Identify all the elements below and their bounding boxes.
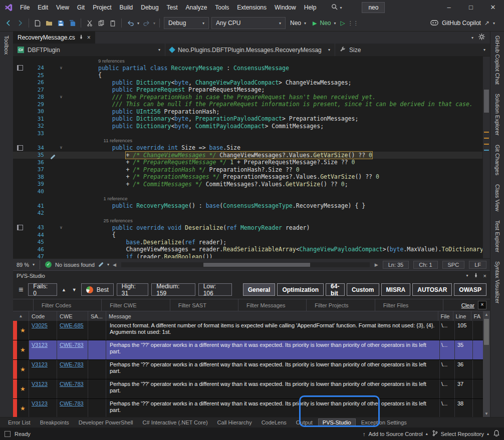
quick-actions-icon[interactable] bbox=[99, 262, 104, 267]
high-severity-button[interactable]: High: 31 bbox=[117, 283, 148, 296]
favorite-cell[interactable]: ★ bbox=[17, 321, 29, 340]
side-tab-git-changes[interactable]: Git Changes bbox=[494, 145, 500, 175]
issue-cwe[interactable]: CWE-783 bbox=[57, 379, 88, 398]
type-dropdown[interactable]: Neo.Plugins.DBFTPlugin.Messages.Recovery… bbox=[165, 44, 335, 56]
startup-project-dropdown[interactable]: Neo▾ bbox=[288, 20, 308, 27]
column-header-sa[interactable]: SA... bbox=[88, 311, 106, 321]
group-optimization[interactable]: Optimization bbox=[277, 283, 324, 296]
scroll-left-icon[interactable]: ◀ bbox=[113, 262, 116, 267]
panel-tab-output[interactable]: Output bbox=[292, 419, 317, 426]
fold-margin[interactable]: ∨ bbox=[57, 94, 65, 101]
column-header-cwe[interactable]: CWE bbox=[57, 311, 88, 321]
menu-debug[interactable]: Debug bbox=[137, 0, 162, 15]
menu-edit[interactable]: Edit bbox=[34, 0, 52, 15]
scroll-down-icon[interactable]: ▼ bbox=[483, 410, 490, 417]
group-custom[interactable]: Custom bbox=[347, 283, 379, 296]
side-tab-solution-explorer[interactable]: Solution Explorer bbox=[494, 94, 500, 136]
diagnostic-link[interactable]: V3123 bbox=[32, 342, 48, 348]
settings-gear-icon[interactable] bbox=[478, 33, 485, 42]
issue-row[interactable]: ★V3123CWE-783Perhaps the '??' operator w… bbox=[13, 360, 483, 379]
paste-icon[interactable] bbox=[108, 18, 117, 28]
panel-tab-pvs-studio[interactable]: PVS-Studio bbox=[318, 418, 356, 426]
panel-tab-codelens[interactable]: CodeLens bbox=[258, 419, 291, 426]
pin-icon[interactable] bbox=[473, 273, 478, 279]
navigate-back-icon[interactable] bbox=[4, 18, 13, 28]
quick-actions-icon[interactable] bbox=[50, 154, 55, 159]
redo-icon[interactable] bbox=[142, 18, 151, 28]
scrollbar-thumb[interactable] bbox=[484, 90, 489, 113]
issue-code[interactable]: V3123 bbox=[29, 360, 57, 379]
side-tab-test-explorer[interactable]: Test Explorer bbox=[494, 220, 500, 252]
save-icon[interactable] bbox=[56, 18, 65, 28]
toolbar-overflow-icon[interactable]: ⋮⋮ bbox=[348, 20, 359, 27]
table-vertical-scrollbar[interactable]: ▲ ▼ bbox=[483, 311, 490, 417]
menu-test[interactable]: Test bbox=[163, 0, 182, 15]
copy-icon[interactable] bbox=[97, 18, 106, 28]
navigate-forward-icon[interactable] bbox=[16, 18, 25, 28]
new-project-icon[interactable] bbox=[33, 18, 42, 28]
search-control[interactable]: ▾ bbox=[331, 3, 342, 12]
start-debugging-button[interactable]: ▶Neo▾ bbox=[311, 20, 338, 27]
member-dropdown[interactable]: Size ▾ bbox=[335, 44, 490, 56]
column-header-line[interactable]: Line bbox=[453, 311, 471, 321]
fold-margin[interactable]: ∨ bbox=[57, 65, 65, 72]
menu-analyze[interactable]: Analyze bbox=[182, 0, 211, 15]
filter-filter-messages[interactable]: Filter Messages bbox=[238, 299, 306, 311]
sort-up-icon[interactable]: ▲ bbox=[60, 287, 68, 292]
clear-filters-icon[interactable]: × bbox=[478, 301, 486, 309]
issue-code[interactable]: V3123 bbox=[29, 340, 57, 359]
column-indicator[interactable]: Ch: 1 bbox=[413, 261, 437, 269]
close-button[interactable]: ✕ bbox=[482, 0, 504, 15]
menu-help[interactable]: Help bbox=[300, 0, 321, 15]
issue-code[interactable]: V3025 bbox=[29, 321, 57, 340]
undo-caret-icon[interactable]: ▾ bbox=[137, 21, 139, 26]
panel-tab-developer-powershell[interactable]: Developer PowerShell bbox=[75, 419, 137, 426]
diagnostic-link[interactable]: V3025 bbox=[32, 322, 48, 328]
scrollbar-thumb[interactable] bbox=[203, 263, 310, 267]
zoom-caret-icon[interactable]: ▾ bbox=[33, 262, 35, 267]
cwe-link[interactable]: CWE-783 bbox=[60, 361, 84, 367]
fold-margin[interactable]: ∨ bbox=[57, 144, 65, 152]
minimize-button[interactable]: – bbox=[438, 0, 460, 15]
clear-filters-link[interactable]: Clear bbox=[461, 302, 474, 308]
sort-indicator-column[interactable]: ▲ bbox=[13, 311, 29, 321]
filter-filter-sast[interactable]: Filter SAST bbox=[170, 299, 238, 311]
issue-row[interactable]: ★V3025CWE-685Incorrect format. A differe… bbox=[13, 321, 483, 340]
group-autosar[interactable]: AUTOSAR bbox=[412, 283, 452, 296]
side-tab-toolbox[interactable]: Toolbox bbox=[4, 36, 10, 55]
panel-tab-exception-settings[interactable]: Exception Settings bbox=[357, 419, 411, 426]
zoom-level[interactable]: 89 % bbox=[17, 262, 29, 268]
solution-badge[interactable]: neo bbox=[362, 2, 385, 13]
redo-caret-icon[interactable]: ▾ bbox=[153, 21, 155, 26]
diagnostic-link[interactable]: V3123 bbox=[32, 381, 48, 387]
filter-filter-cwe[interactable]: Filter CWE bbox=[101, 299, 169, 311]
issue-cwe[interactable]: CWE-783 bbox=[57, 360, 88, 379]
panel-tab-breakpoints[interactable]: Breakpoints bbox=[36, 419, 73, 426]
pin-icon[interactable] bbox=[79, 34, 84, 41]
panel-tab-c-interactive-net-core[interactable]: C# Interactive (.NET Core) bbox=[139, 419, 212, 426]
filter-filter-codes[interactable]: Filter Codes bbox=[33, 299, 101, 311]
column-header-file[interactable]: File bbox=[438, 311, 453, 321]
menu-window[interactable]: Window bbox=[271, 0, 300, 15]
line-indicator[interactable]: Ln: 35 bbox=[383, 261, 409, 269]
window-position-icon[interactable]: ▾ bbox=[466, 273, 468, 278]
favorite-cell[interactable]: ★ bbox=[17, 379, 29, 398]
panel-tab-error-list[interactable]: Error List bbox=[4, 419, 35, 426]
start-without-debugging-icon[interactable]: ▷ bbox=[341, 20, 345, 27]
active-files-dropdown-icon[interactable]: ▾ bbox=[471, 36, 473, 40]
close-panel-icon[interactable]: × bbox=[483, 273, 486, 279]
issue-cwe[interactable]: CWE-685 bbox=[57, 321, 88, 340]
menu-icon[interactable]: ≡ bbox=[17, 285, 25, 294]
column-header-message[interactable]: Message bbox=[106, 311, 438, 321]
spaces-indicator[interactable]: SPC bbox=[442, 261, 465, 269]
panel-tab-call-hierarchy[interactable]: Call Hierarchy bbox=[213, 419, 256, 426]
breakpoint-margin[interactable] bbox=[13, 225, 27, 230]
maximize-button[interactable]: □ bbox=[460, 0, 482, 15]
menu-project[interactable]: Project bbox=[89, 0, 115, 15]
favorite-cell[interactable]: ★ bbox=[17, 399, 29, 417]
side-tab-class-view[interactable]: Class View bbox=[494, 184, 500, 211]
editor-vertical-scrollbar[interactable] bbox=[482, 57, 490, 258]
scrollbar-thumb[interactable] bbox=[484, 319, 489, 345]
issues-status[interactable]: No issues found bbox=[55, 262, 95, 268]
cut-icon[interactable] bbox=[85, 18, 94, 28]
